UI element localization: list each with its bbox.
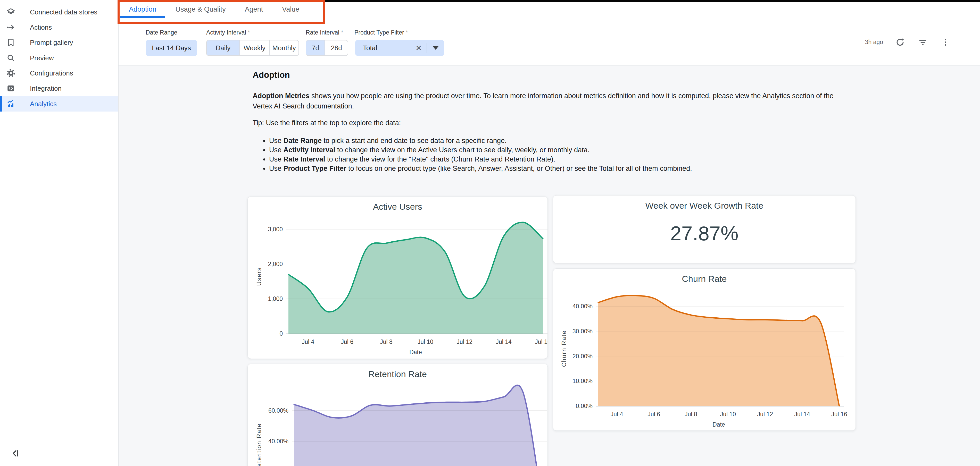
configurations-icon (0, 68, 22, 78)
actions-icon (0, 23, 22, 32)
svg-text:3,000: 3,000 (268, 226, 283, 233)
svg-text:Retention Rate: Retention Rate (256, 423, 262, 466)
svg-text:Jul 12: Jul 12 (757, 411, 773, 418)
svg-text:Date: Date (409, 349, 422, 355)
sidebar-item-prompt-gallery[interactable]: Prompt gallery (0, 35, 118, 50)
segment-daily[interactable]: Daily (207, 40, 239, 55)
analytics-icon (0, 99, 22, 108)
sidebar-item-preview[interactable]: Preview (0, 50, 118, 66)
date-range-value: Last 14 Days (152, 44, 191, 52)
rate-interval-label: Rate Interval * (306, 29, 343, 36)
tab-bar: Adoption Usage & Quality Agent Value (119, 2, 980, 18)
sidebar-item-label: Integration (30, 84, 62, 92)
tab-label: Adoption (129, 5, 156, 13)
more-options-button[interactable] (940, 36, 951, 48)
tab-usage-quality[interactable]: Usage & Quality (167, 2, 235, 18)
svg-text:Churn Rate: Churn Rate (561, 330, 567, 367)
tab-label: Usage & Quality (175, 5, 226, 13)
sidebar: Connected data stores Actions Prompt gal… (0, 0, 119, 466)
svg-text:Jul 12: Jul 12 (457, 339, 473, 345)
page-title: Adoption (253, 70, 290, 80)
activity-interval-segments: Daily Weekly Monthly (206, 40, 299, 56)
svg-text:Jul 14: Jul 14 (496, 339, 512, 345)
svg-text:30.00%: 30.00% (573, 328, 593, 334)
sidebar-item-label: Actions (30, 24, 52, 32)
sidebar-item-actions[interactable]: Actions (0, 20, 118, 35)
chip-divider (426, 43, 427, 53)
chart-title: Week over Week Growth Rate (553, 201, 856, 211)
intro-paragraph: Adoption Metrics shows you how people ar… (253, 91, 835, 111)
svg-text:Jul 10: Jul 10 (418, 339, 433, 345)
segment-28d[interactable]: 28d (325, 40, 348, 55)
svg-text:Jul 6: Jul 6 (648, 411, 660, 418)
sidebar-item-configurations[interactable]: Configurations (0, 65, 118, 81)
segment-7d[interactable]: 7d (306, 40, 325, 55)
svg-text:40.00%: 40.00% (573, 303, 593, 310)
prompt-gallery-icon (0, 38, 22, 47)
svg-text:Users: Users (256, 267, 262, 286)
intro-bold: Adoption Metrics (253, 92, 310, 100)
integration-icon (0, 84, 22, 93)
svg-text:60.00%: 60.00% (268, 407, 288, 414)
last-refreshed-text: 3h ago (865, 39, 883, 46)
retention-rate-card: Retention Rate 0.00%20.00%40.00%60.00%Ju… (247, 364, 548, 466)
tip-text: Tip: Use the filters at the top to explo… (253, 119, 835, 127)
svg-text:Jul 4: Jul 4 (611, 411, 623, 418)
top-strip (325, 0, 980, 2)
svg-text:20.00%: 20.00% (573, 353, 593, 360)
sidebar-item-label: Analytics (30, 100, 57, 108)
churn-rate-card: Churn Rate 0.00%10.00%20.00%30.00%40.00%… (553, 268, 856, 431)
svg-text:0: 0 (279, 330, 283, 337)
collapse-panel-icon (9, 448, 21, 459)
wow-growth-rate-card: Week over Week Growth Rate 27.87% (553, 195, 856, 263)
date-range-label: Date Range (146, 29, 177, 36)
preview-icon (0, 53, 22, 63)
svg-text:Jul 16: Jul 16 (831, 411, 847, 418)
sidebar-item-label: Prompt gallery (30, 39, 73, 47)
svg-text:Jul 14: Jul 14 (794, 411, 810, 418)
list-item: Use Rate Interval to change the view for… (269, 155, 835, 164)
collapse-sidebar-button[interactable] (9, 448, 22, 460)
svg-text:1,000: 1,000 (268, 295, 283, 302)
kebab-menu-icon (940, 37, 951, 48)
sidebar-item-label: Configurations (30, 69, 73, 77)
svg-text:Date: Date (713, 421, 725, 428)
tab-value[interactable]: Value (273, 2, 308, 18)
svg-text:Jul 8: Jul 8 (380, 339, 393, 345)
product-type-filter-chip[interactable]: Total ✕ (355, 40, 444, 56)
sidebar-item-integration[interactable]: Integration (0, 81, 118, 96)
tab-label: Value (282, 5, 299, 13)
refresh-button[interactable] (894, 36, 906, 48)
filter-button[interactable] (917, 36, 928, 48)
refresh-icon (895, 37, 905, 48)
sidebar-item-analytics[interactable]: Analytics (0, 96, 118, 111)
sidebar-item-label: Connected data stores (30, 8, 97, 16)
svg-text:Jul 16: Jul 16 (535, 339, 548, 345)
svg-text:0.00%: 0.00% (576, 403, 593, 409)
date-range-chip[interactable]: Last 14 Days (146, 40, 197, 56)
tab-label: Agent (245, 5, 263, 13)
svg-text:Jul 8: Jul 8 (685, 411, 697, 418)
svg-text:2,000: 2,000 (268, 261, 283, 267)
svg-text:40.00%: 40.00% (268, 438, 288, 445)
data-stores-icon (0, 8, 22, 17)
active-users-card: Active Users 01,0002,0003,000Jul 4Jul 6J… (247, 196, 548, 359)
svg-text:Jul 6: Jul 6 (341, 339, 353, 345)
svg-text:10.00%: 10.00% (573, 378, 593, 384)
segment-weekly[interactable]: Weekly (239, 40, 269, 55)
sidebar-item-connected-data-stores[interactable]: Connected data stores (0, 5, 118, 20)
list-item: Use Activity Interval to change the view… (269, 145, 835, 155)
intro-rest: shows you how people are using the produ… (253, 92, 834, 110)
segment-monthly[interactable]: Monthly (269, 40, 299, 55)
chevron-down-icon[interactable] (433, 46, 438, 50)
tips-list: Use Date Range to pick a start and end d… (253, 136, 835, 173)
product-type-filter-label: Product Type Filter * (355, 29, 408, 36)
list-item: Use Product Type Filter to focus on one … (269, 164, 835, 173)
tab-adoption[interactable]: Adoption (120, 2, 165, 18)
clear-filter-icon[interactable]: ✕ (411, 44, 426, 52)
product-type-value: Total (363, 44, 411, 52)
refresh-cluster: 3h ago (865, 18, 951, 66)
filter-lines-icon (918, 37, 928, 48)
list-item: Use Date Range to pick a start and end d… (269, 136, 835, 145)
tab-agent[interactable]: Agent (236, 2, 272, 18)
